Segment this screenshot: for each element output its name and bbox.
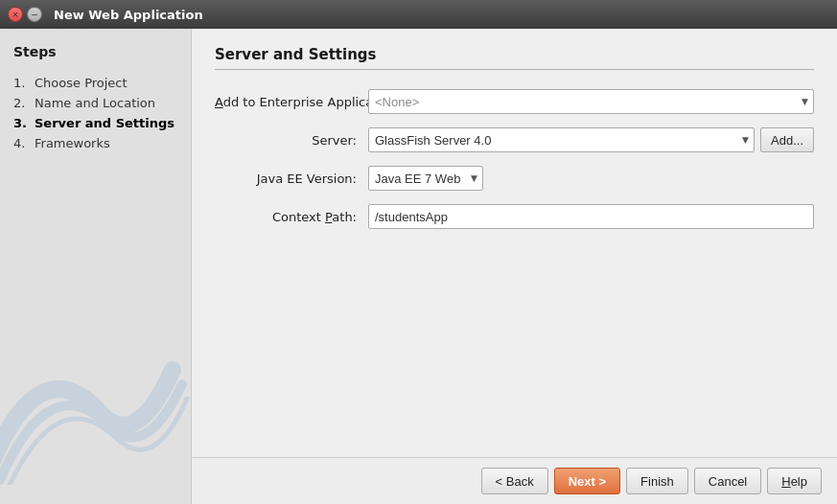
close-button[interactable]: × <box>8 7 23 22</box>
step-4-label: Frameworks <box>35 136 110 150</box>
window-title: New Web Application <box>54 8 203 22</box>
add-server-button[interactable]: Add... <box>760 127 814 152</box>
minimize-button[interactable]: − <box>27 7 42 22</box>
step-4: 4. Frameworks <box>13 133 177 153</box>
context-path-controls <box>368 204 814 229</box>
cancel-button[interactable]: Cancel <box>694 468 761 494</box>
steps-heading: Steps <box>13 44 177 59</box>
step-1: 1. Choose Project <box>13 73 177 93</box>
window-controls[interactable]: × − <box>8 7 42 22</box>
finish-button[interactable]: Finish <box>626 468 688 494</box>
content-title: Server and Settings <box>215 46 814 70</box>
help-label-rest: elp <box>791 474 807 489</box>
context-path-label: Context Path: <box>215 210 368 224</box>
javaee-select-wrapper[interactable]: Java EE 7 Web <box>368 166 483 191</box>
javaee-label: Java EE Version: <box>215 172 368 186</box>
step-4-num: 4. <box>13 136 31 150</box>
javaee-controls: Java EE 7 Web <box>368 166 814 191</box>
content-wrapper: Server and Settings Add to Enterprise Ap… <box>192 29 837 504</box>
server-select[interactable]: GlassFish Server 4.0 <box>368 127 755 152</box>
javaee-label-text: Java EE Version: <box>257 172 357 186</box>
minimize-icon: − <box>31 10 38 19</box>
footer: < Back Next > Finish Cancel Help <box>192 457 837 504</box>
context-path-label-text: Context Path: <box>272 210 357 224</box>
enterprise-label: Add to Enterprise Application: <box>215 95 368 109</box>
content-area: Server and Settings Add to Enterprise Ap… <box>192 29 837 457</box>
javaee-select[interactable]: Java EE 7 Web <box>368 166 483 191</box>
step-3: 3. Server and Settings <box>13 113 177 133</box>
enterprise-select-wrapper[interactable]: <None> <box>368 89 814 114</box>
help-label-text: H <box>781 474 790 489</box>
next-button[interactable]: Next > <box>554 468 620 494</box>
step-3-num: 3. <box>13 116 31 130</box>
dialog-body: Steps 1. Choose Project 2. Name and Loca… <box>0 29 837 504</box>
server-label-text: Server: <box>312 133 357 148</box>
step-2-num: 2. <box>13 96 31 110</box>
step-2: 2. Name and Location <box>13 93 177 113</box>
title-bar: × − New Web Application <box>0 0 837 29</box>
step-2-label: Name and Location <box>35 96 155 110</box>
step-1-label: Choose Project <box>35 76 128 90</box>
content-spacer <box>215 242 814 440</box>
context-path-row: Context Path: <box>215 204 814 229</box>
step-3-label: Server and Settings <box>35 116 174 130</box>
server-label: Server: <box>215 133 368 148</box>
back-button[interactable]: < Back <box>481 468 548 494</box>
sidebar-watermark <box>0 332 192 485</box>
enterprise-row: Add to Enterprise Application: <None> <box>215 89 814 114</box>
enterprise-select[interactable]: <None> <box>368 89 814 114</box>
server-controls: GlassFish Server 4.0 Add... <box>368 127 814 152</box>
server-select-wrapper[interactable]: GlassFish Server 4.0 <box>368 127 755 152</box>
steps-list: 1. Choose Project 2. Name and Location 3… <box>13 73 177 153</box>
javaee-row: Java EE Version: Java EE 7 Web <box>215 166 814 191</box>
server-row: Server: GlassFish Server 4.0 Add... <box>215 127 814 152</box>
close-icon: × <box>12 10 19 19</box>
context-path-input[interactable] <box>368 204 814 229</box>
step-1-num: 1. <box>13 76 31 90</box>
sidebar: Steps 1. Choose Project 2. Name and Loca… <box>0 29 192 504</box>
help-button[interactable]: Help <box>767 468 822 494</box>
